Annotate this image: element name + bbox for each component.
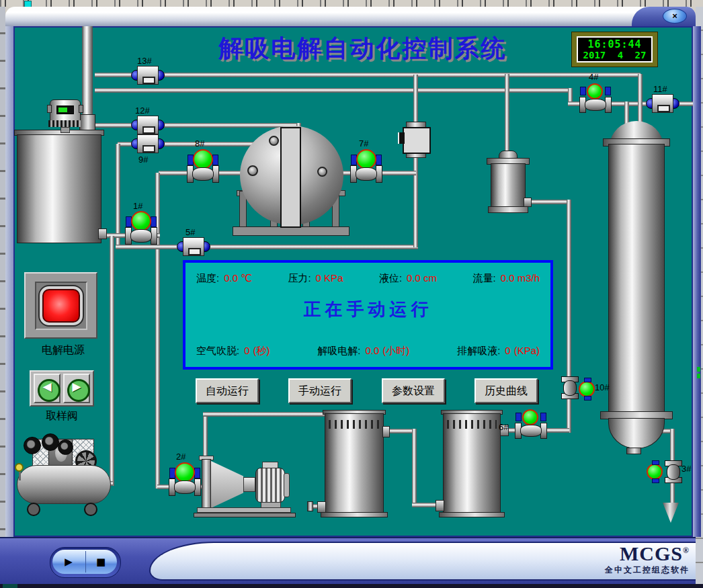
clock-date: 2017 4 27: [578, 50, 651, 60]
pressure-gauge: [15, 463, 24, 472]
pipe: [95, 88, 572, 93]
tank1: [325, 413, 384, 515]
valve-label: 9#: [138, 155, 148, 165]
sampler-right-button[interactable]: ▶: [63, 374, 90, 403]
valve-label: 12#: [135, 106, 150, 116]
counter-drain: 排解吸液:0(KPa): [457, 345, 540, 358]
valve-4[interactable]: [579, 83, 612, 116]
tank1-nozzle: [317, 501, 326, 513]
valve-1[interactable]: [125, 211, 157, 243]
digital-clock: 16:05:44 2017 4 27: [571, 32, 658, 67]
metric-pressure: 压力:0 KPa: [288, 272, 343, 285]
tank1-base: [321, 512, 388, 517]
window-frame-right: [693, 26, 701, 537]
parameter-settings-button[interactable]: 参数设置: [382, 378, 445, 403]
sphere-column: [280, 127, 301, 228]
auto-run-button[interactable]: 自动运行: [196, 378, 259, 403]
manual-run-button[interactable]: 手动运行: [288, 378, 352, 403]
pump-terminal-box: [262, 462, 278, 468]
meter-mark: [398, 132, 405, 144]
centrifugal-pump: [194, 456, 296, 519]
metric-temperature: 温度:0.0 ℃: [196, 272, 252, 285]
background-window-left-sliver: [0, 7, 5, 538]
valve-9: [132, 134, 163, 153]
pump-base: [197, 507, 291, 513]
pump-motor: [255, 468, 285, 503]
pump-motor-cap: [284, 473, 290, 497]
bottom-edge: [0, 584, 703, 588]
brand-tagline: 全中文工控组态软件: [551, 564, 690, 576]
valve-label: 4#: [589, 72, 598, 82]
status-text: 正在手动运行: [185, 298, 550, 321]
pipe: [412, 429, 417, 505]
pipe: [526, 200, 569, 204]
arrow-right-icon: ▶: [65, 380, 89, 393]
pipe: [91, 123, 301, 128]
pipe: [82, 26, 93, 116]
left-tank-nozzle: [98, 228, 107, 239]
valve-12: [132, 116, 163, 134]
valve-label: 5#: [185, 227, 195, 237]
sensor-stem: [60, 127, 70, 133]
process-data-panel: 温度:0.0 ℃ 压力:0 KPa 液位:0.0 cm 流量:0.0 m3/h …: [183, 260, 553, 370]
sampler-label: 取样阀: [42, 409, 82, 423]
mcgs-runtime-window: × 解吸电解自动化控制系统 16:05:44 2017 4 27: [0, 0, 703, 588]
gauge-stem: [19, 472, 21, 480]
filter-vessel: [491, 163, 526, 208]
vessel-base: [488, 206, 528, 213]
column-outlet: [626, 448, 641, 454]
air-compressor: [13, 433, 116, 524]
valve-10-lamp[interactable]: [579, 381, 595, 397]
pipe: [413, 75, 418, 247]
inline-flow-meter: [403, 127, 431, 154]
valve-3[interactable]: [665, 460, 682, 483]
valve-2[interactable]: [169, 462, 201, 495]
metrics-row: 温度:0.0 ℃ 压力:0 KPa 液位:0.0 cm 流量:0.0 m3/h: [185, 272, 550, 285]
compressor-pulley: [24, 437, 41, 454]
pipe: [505, 74, 509, 155]
valve-11: [647, 94, 678, 113]
valve-6[interactable]: [515, 409, 547, 442]
valve-5: [178, 237, 209, 256]
clock-screen: 16:05:44 2017 4 27: [577, 36, 653, 62]
valve-label: 7#: [359, 138, 368, 149]
sphere-port: [247, 165, 258, 176]
play-icon[interactable]: ▶: [52, 550, 85, 574]
tank1-nozzle: [382, 426, 390, 437]
electrolysis-power-button[interactable]: [42, 289, 80, 323]
brand-block: MCGS® 全中文工控组态软件: [551, 543, 690, 576]
history-curve-button[interactable]: 历史曲线: [474, 378, 538, 403]
pipe: [116, 245, 418, 249]
left-tank: [17, 134, 101, 243]
page-title: 解吸电解自动化控制系统: [181, 32, 544, 65]
pipe: [95, 73, 640, 77]
compressor-wheel: [27, 503, 40, 516]
pipe-end-cap: [307, 501, 313, 511]
valve-label: 13#: [137, 56, 152, 66]
clock-time: 16:05:44: [578, 38, 651, 50]
sensor-ribs: [48, 120, 81, 127]
pump-shaft: [243, 477, 255, 492]
pump-base: [194, 513, 296, 517]
valve-label: 1#: [133, 201, 142, 211]
counter-air-strip: 空气吹脱:0(秒): [196, 345, 270, 358]
counter-electrolysis: 解吸电解:0.0(小时): [317, 345, 409, 358]
valve-label: 11#: [653, 84, 667, 94]
right-edge-green-mark: [697, 367, 700, 372]
valve-8[interactable]: [187, 149, 219, 181]
pipe: [567, 200, 571, 380]
valve-7[interactable]: [350, 149, 382, 181]
close-icon[interactable]: ×: [663, 9, 687, 24]
sampler-left-button[interactable]: ◀: [34, 374, 60, 403]
valve-10[interactable]: [561, 376, 579, 399]
background-toolbar-sliver: [0, 0, 703, 7]
valve-label: 10#: [595, 382, 610, 392]
pump-inlet: [202, 459, 211, 511]
valve-13: [132, 66, 163, 85]
valve-3-lamp[interactable]: [647, 464, 663, 480]
right-edge-green-mark: [697, 374, 700, 378]
sensor-knob: [47, 105, 52, 113]
metric-level: 液位:0.0 cm: [379, 272, 437, 285]
stop-icon[interactable]: ■: [85, 550, 117, 574]
compressor-wheel: [84, 503, 97, 516]
